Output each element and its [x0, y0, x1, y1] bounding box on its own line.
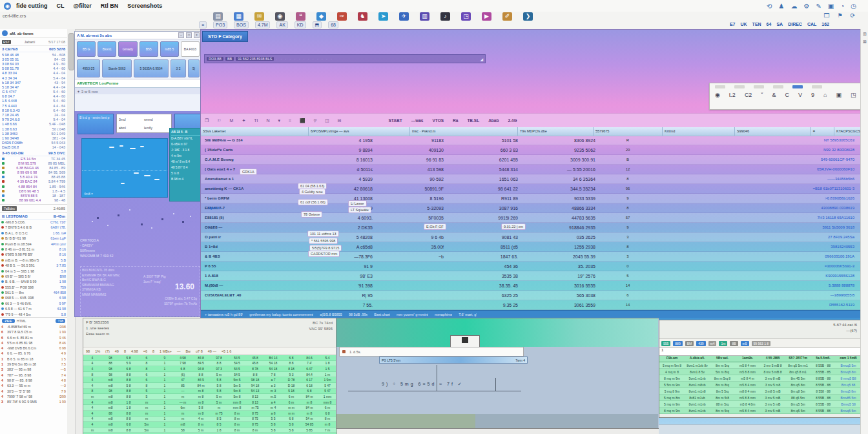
list-item[interactable]: 6 6.6 m 6. 85 81 m 9 46 — [0, 335, 67, 340]
grid-row[interactable]: 5 mq m 8m8v81 m1vb 8m m 5r8m5 8 8 mm 3 m… — [659, 395, 861, 401]
inline-chip[interactable]: LT Squeate — [348, 207, 371, 213]
grid-tool[interactable]: 1% — [95, 349, 100, 353]
list-item[interactable]: 4 63.3 — 95 m m —3 — [0, 383, 67, 388]
toolbar-glyph-icon[interactable]: ◫ — [325, 118, 329, 123]
list-item[interactable]: 4 3 34 34 5.4 - 64 — [0, 76, 67, 80]
green-link[interactable]: ARVETECR LooPorme — [77, 81, 118, 85]
grid-tool[interactable]: 1 MBs+ — [160, 349, 172, 353]
grid-row[interactable]: 898 8 85 1— m 85 8 5m 854 13 m 35 18 6 8… — [83, 389, 336, 395]
column-header[interactable]: SSvs Lakemet — [201, 127, 309, 136]
menu-item-cl[interactable]: CL — [57, 3, 65, 9]
toolbar-glyph-icon[interactable]: N — [267, 118, 270, 123]
grid-tool[interactable]: 49 — — [208, 349, 216, 353]
list-item[interactable]: 88'9'8 88 5 18 - 187 — [0, 193, 67, 198]
list-item[interactable]: 3 08 64 03 4.9 - 60 — [0, 61, 67, 66]
list-item[interactable]: b 18 34 347 43 - 94 — [0, 80, 67, 85]
grid-row[interactable]: 4m8 8 86 147 84 95 8 5m 598 18 a 7D 78 6… — [83, 377, 336, 383]
table-row[interactable]: O patri ir 5 48208 9 6 4b 9081 43 035 26… — [201, 232, 861, 242]
list-item[interactable]: 1 90 34/48 381 - 04 — [0, 136, 67, 140]
column-header[interactable]: Krttmd — [663, 127, 735, 136]
grid-tool[interactable]: =5 1 6 — [222, 349, 231, 353]
minimize-icon[interactable]: – — [178, 32, 184, 38]
edge-icon[interactable]: ⊞ — [861, 32, 868, 37]
sidebar-section4-header[interactable]: ZEE HTML T98 — [0, 317, 67, 324]
app-icon[interactable]: ❯ — [523, 12, 533, 21]
edge-icon[interactable]: ⊠ — [861, 39, 868, 45]
list-item[interactable]: B.A.L. 6' D.5.C 1 66. tv# — [0, 231, 67, 236]
list-item[interactable]: 7 5 4.440 4.4 - 64 — [0, 103, 67, 108]
grid-tool[interactable]: =6 — [143, 349, 147, 353]
app-icon[interactable]: ♞ — [358, 12, 367, 21]
toolbar-text-item[interactable]: Abab — [488, 118, 499, 123]
list-item[interactable]: 7 18 24.45 24 - 04 — [0, 112, 67, 117]
panel-button[interactable]: 3 2 — [170, 59, 186, 78]
app-icon[interactable]: ▦ — [234, 12, 243, 21]
toolbar-glyph-icon[interactable]: ⊟ — [338, 118, 342, 123]
inline-chip[interactable]: GRK1A — [240, 169, 257, 175]
grid-tool[interactable]: Bw — [185, 349, 191, 353]
list-item[interactable]: mB.m B. —8 m.9Bm'5 5.B — [0, 258, 67, 263]
toolbar-text-item[interactable]: 2.4G — [508, 118, 517, 123]
app-icon[interactable]: ✐ — [502, 12, 512, 21]
table-row[interactable]: ( Oats exe1 4 + 7 d 5011s 413 598 5448 3… — [201, 165, 861, 174]
column-header[interactable]: 6/POSMPLvtmge — avs — [309, 127, 410, 136]
list-item[interactable]: 5 18 34 47 4.4 - 04 — [0, 85, 67, 89]
quote-side-panel[interactable]: AB 18 5 · B D-A.B8Y nG/YL6-nBA m 97J: 18… — [169, 128, 202, 202]
toolbar-chip[interactable]: KD — [294, 21, 306, 28]
column-header[interactable]: KTACPSCGCSSBFVTDG-4 T.B — [834, 127, 862, 136]
table-row[interactable]: P 6 55 91 9 454 36 35. 2035 0 =30000bK5b… — [201, 262, 861, 271]
list-item[interactable]: 6 39'7 8 9L5 C5 m 1 99 — [0, 329, 67, 335]
tool-icon[interactable]: & — [772, 91, 776, 99]
list-item[interactable]: 4 -6.85B'5sf 69 m D98 — [0, 324, 67, 329]
list-item[interactable]: 4 39 EAC 84 5.84 4 799 — [0, 180, 67, 184]
column-header[interactable]: trwc · Psknd.m — [410, 127, 518, 136]
resize-corner-icon[interactable]: ◢ — [480, 57, 483, 61]
list-item[interactable]: 8 99 69 6 98 84 95, 569 — [0, 170, 67, 175]
tool-icon[interactable]: ◳ — [851, 91, 856, 99]
inline-chip[interactable]: 4 Geldty rese — [299, 189, 326, 195]
list-item[interactable]: 69 B' — 585 5 8/ B98 — [0, 274, 67, 279]
grid-tool[interactable]: — — [177, 349, 181, 353]
toolbar-chip[interactable]: ⬒ — [313, 21, 322, 28]
list-item[interactable]: 6.38 BAGA 46 84 85 - 89 — [0, 165, 67, 170]
list-item[interactable]: 555.B' — PG8 598 759 — [0, 285, 67, 290]
grid-row[interactable]: 5 mq 8 9m8vm1 m1v8 8m 5 5rqm8 8 4 mm 3 m… — [659, 388, 861, 395]
list-item[interactable]: 068 5 —. 6V8. 098 6 98 — [0, 295, 67, 300]
inline-chip[interactable]: Open b- — [206, 205, 223, 211]
toolbar-right-chip[interactable]: UK — [740, 21, 747, 28]
grid-row[interactable]: 898 8 86 1(6) 8 85 m 54 58 8 7 89 3 84.4… — [83, 372, 336, 378]
toolbar-text-item[interactable]: VTOS — [432, 118, 444, 123]
table-row[interactable]: SIE 9B8%m — G 314 4 1958 91183 5101 58 8… — [201, 136, 861, 145]
toolbar-right-chip[interactable]: 64 — [767, 21, 772, 28]
toolbar-text-item[interactable]: Ra — [453, 118, 458, 123]
sidebar-section1-header[interactable]: 3 CB7E8 605 5278 — [0, 46, 67, 52]
toolbar-text-item[interactable]: STABT — [388, 118, 402, 123]
list-item[interactable]: B/ B B'-'61 98 61em LgF — [0, 236, 67, 241]
list-item[interactable]: 1.5 4.448 5.4 - 60 — [0, 99, 67, 103]
grid-column-header[interactable]: S5? JB'F?m — [785, 356, 811, 362]
list-item[interactable]: 4.8 33 04 4.4 - 04 — [0, 71, 67, 76]
menu-icon[interactable]: ♟ — [778, 3, 784, 10]
list-item[interactable]: B. 6 B. — 6AV8 5 99 1 98 — [0, 279, 67, 284]
grid-row[interactable]: 4m8 1 8m 1— m m 85 m mm 88 13 a 46 m m 8… — [83, 400, 336, 406]
list-item[interactable]: 1 38 3463 50 1 049 — [0, 131, 67, 136]
list-item[interactable]: 9 79 24.6.0 9.4 - 04 — [0, 118, 67, 122]
table-row[interactable]: & B 4BS —78.3F6 ~b 1847 63. 2045 55.39 3… — [201, 252, 861, 262]
grid-row[interactable]: 4m8 1 8m 16m 5 8m mm 8m 75 m 4m m 84 m6 … — [83, 405, 336, 411]
sub-titlebar[interactable]: ✦ 3 w 5 mm — [75, 87, 202, 94]
panel-button[interactable]: Gmady — [118, 41, 137, 57]
app-icon[interactable]: ➤ — [378, 12, 388, 21]
panel-button[interactable]: 5| — [188, 59, 200, 78]
list-item[interactable]: -M6.8 5.CD6. C761 716' — [0, 220, 67, 225]
panel-button[interactable]: 4953-25 — [77, 59, 100, 78]
grid-row[interactable]: 5 mq m 9m8vm1 m1vb 88 m 5rqm5 8 4 8m 3 m… — [659, 401, 861, 408]
input-row[interactable]: 1 — [659, 348, 861, 356]
toolbar-glyph-icon[interactable]: ✦ — [242, 118, 245, 123]
menu-item-file[interactable]: fide cutting — [16, 3, 48, 9]
tool-icon[interactable]: V — [798, 91, 802, 99]
list-item[interactable]: 6.5 8 — 61 6 7 m 61 98 — [0, 306, 67, 311]
window-tab[interactable]: STO F Category — [202, 31, 248, 42]
list-item[interactable]: Dad5 D6.8 14 - 043 — [0, 145, 67, 150]
column-header[interactable]: ✦ — [811, 127, 834, 136]
table-row[interactable]: 7 55. 9.35 25 3061 3559 14 R555162.5119 — [201, 300, 861, 310]
